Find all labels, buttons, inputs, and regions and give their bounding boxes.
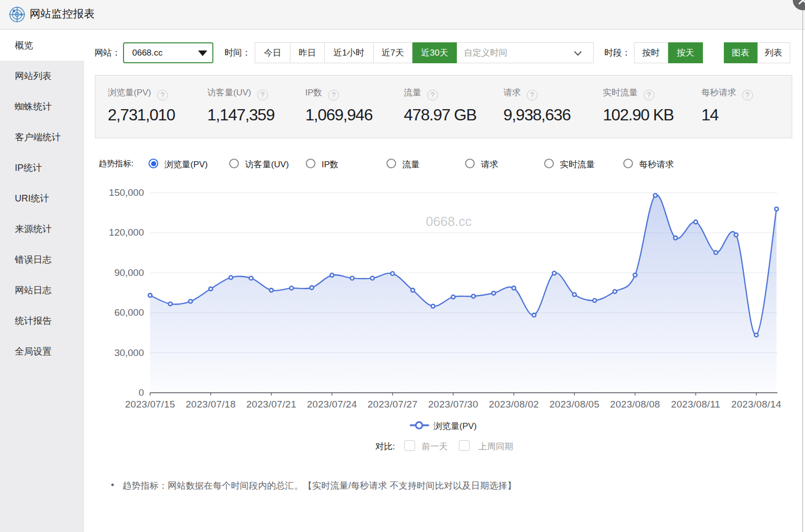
svg-text:2023/07/27: 2023/07/27 [368,399,418,410]
svg-text:0668.cc: 0668.cc [426,214,472,229]
svg-text:2023/07/18: 2023/07/18 [186,399,236,410]
svg-text:2023/08/05: 2023/08/05 [549,399,599,410]
svg-text:2023/08/02: 2023/08/02 [489,399,539,410]
svg-text:0: 0 [138,387,144,398]
svg-text:2023/07/15: 2023/07/15 [125,399,175,410]
svg-text:2023/07/30: 2023/07/30 [428,399,478,410]
svg-text:60,000: 60,000 [114,307,144,318]
svg-text:90,000: 90,000 [114,267,144,278]
svg-text:120,000: 120,000 [109,227,144,238]
svg-text:2023/07/21: 2023/07/21 [246,399,296,410]
svg-text:2023/07/24: 2023/07/24 [307,399,357,410]
svg-text:2023/08/08: 2023/08/08 [610,399,660,410]
svg-text:150,000: 150,000 [109,187,144,198]
svg-text:2023/08/14: 2023/08/14 [731,399,782,410]
svg-text:2023/08/11: 2023/08/11 [671,399,721,410]
svg-text:30,000: 30,000 [114,347,144,358]
